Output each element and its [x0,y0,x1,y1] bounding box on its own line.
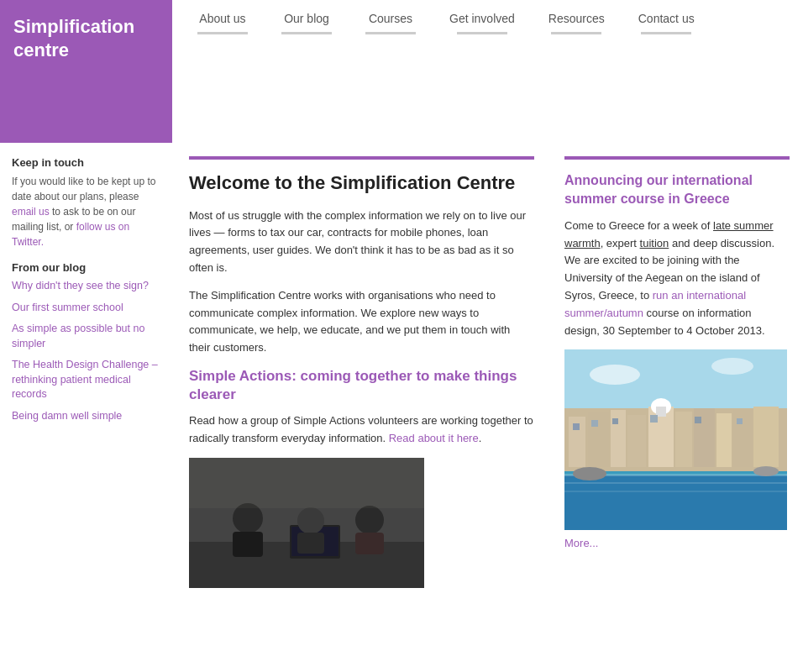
keep-in-touch-title: Keep in touch [12,156,160,169]
nav-item-our-blog[interactable]: Our blog [265,0,349,39]
logo: Simplificationcentre [0,0,172,143]
nav-underline [641,32,691,34]
svg-rect-34 [650,415,658,423]
svg-rect-24 [675,412,692,467]
nav-underline [551,32,601,34]
blog-link-item[interactable]: Being damn well simple [12,409,160,424]
svg-rect-35 [695,417,701,423]
svg-rect-32 [591,420,598,427]
nav-bar: About usOur blogCoursesGet involvedResou… [181,0,795,39]
nav-label: Courses [369,12,412,25]
svg-point-40 [573,467,606,480]
right-content: Announcing our international summer cour… [551,143,803,601]
nav-underline [365,32,416,34]
svg-rect-6 [233,532,263,557]
svg-rect-20 [588,412,609,467]
blog-link-item[interactable]: As simple as possible but no simpler [12,322,160,351]
nav-underline [197,32,248,34]
nav-underline [281,32,332,34]
right-purple-divider [564,156,790,160]
read-link[interactable]: Read about it here [389,432,479,444]
summer-body: Come to Greece for a week of late summer… [564,218,790,340]
sidebar: Keep in touch If you would like to be ke… [0,143,172,601]
svg-point-14 [590,365,640,385]
svg-rect-39 [564,491,787,492]
content-area: Welcome to the Simplification Centre Mos… [172,143,803,601]
nav-label: Contact us [638,12,695,25]
nav-item-resources[interactable]: Resources [532,0,622,39]
nav-item-courses[interactable]: Courses [349,0,433,39]
meeting-photo-svg [189,458,424,588]
svg-rect-31 [573,423,580,430]
blog-links-list: Why didn't they see the sign?Our first s… [12,279,160,423]
meeting-photo [189,458,424,588]
purple-divider [189,156,534,160]
simple-actions-heading: Simple Actions: coming together to make … [189,367,534,404]
svg-rect-38 [564,482,787,484]
welcome-p2: The Simplification Centre works with org… [189,287,534,357]
blog-link-item[interactable]: The Health Design Challenge – rethinking… [12,358,160,402]
nav-underline [457,32,507,34]
greece-photo-svg [564,349,787,530]
welcome-heading: Welcome to the Simplification Centre [189,171,534,196]
summer-heading: Announcing our international summer cour… [564,171,790,209]
nav-label: Resources [548,12,605,25]
logo-text: Simplificationcentre [13,15,159,61]
nav-label: About us [199,12,245,25]
navigation: About usOur blogCoursesGet involvedResou… [172,0,803,143]
svg-rect-33 [612,418,618,424]
svg-rect-10 [355,533,384,554]
nav-label: Our blog [284,12,329,25]
nav-item-about-us[interactable]: About us [181,0,265,39]
email-link[interactable]: email us [12,206,50,218]
nav-item-get-involved[interactable]: Get involved [433,0,532,39]
svg-point-41 [753,466,779,476]
keep-in-touch-body: If you would like to be kept up to date … [12,174,160,249]
svg-point-15 [711,358,753,375]
svg-rect-11 [189,458,424,508]
more-link[interactable]: More... [564,537,598,549]
blog-link-item[interactable]: Why didn't they see the sign? [12,279,160,294]
nav-label: Get involved [449,12,515,25]
svg-point-9 [355,506,384,534]
svg-rect-8 [297,533,324,554]
run-course-link[interactable]: run an international summer/autumn [564,289,746,319]
welcome-p1: Most of us struggle with the complex inf… [189,207,534,277]
svg-rect-36 [737,418,743,424]
svg-point-7 [297,507,324,534]
left-content: Welcome to the Simplification Centre Mos… [172,143,551,601]
svg-rect-28 [753,407,779,467]
svg-rect-22 [627,415,646,467]
svg-rect-26 [716,413,732,467]
nav-item-contact-us[interactable]: Contact us [622,0,711,39]
blog-link-item[interactable]: Our first summer school [12,301,160,316]
simple-actions-body: Read how a group of Simple Actions volun… [189,412,534,448]
greece-photo [564,349,787,530]
from-our-blog-title: From our blog [12,261,160,274]
